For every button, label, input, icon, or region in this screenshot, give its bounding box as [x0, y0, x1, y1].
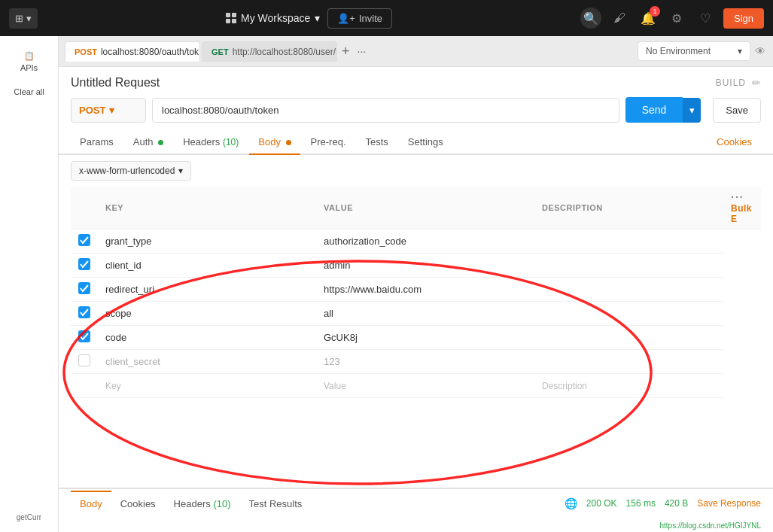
invite-button[interactable]: 👤+ Invite: [327, 8, 392, 29]
brush-icon-button[interactable]: 🖌: [609, 8, 630, 29]
bulk-edit-label[interactable]: Bulk E: [731, 203, 752, 224]
bottom-tab-cookies[interactable]: Cookies: [111, 491, 165, 515]
sidebar-item-apis[interactable]: 📋 APIs: [0, 45, 58, 78]
request-area: Untitled Request BUILD ✏ POST ▾ Send: [59, 67, 773, 532]
auth-label: Auth: [133, 136, 154, 147]
bottom-tab-body[interactable]: Body: [71, 491, 111, 515]
tab-post-oauth[interactable]: POST localhost:8080/oauth/tok...: [65, 41, 200, 62]
env-eye-button[interactable]: 👁: [755, 45, 765, 57]
sub-tab-auth[interactable]: Auth: [124, 130, 172, 155]
row-checked-icon-4[interactable]: [78, 330, 90, 342]
new-desc-placeholder: Description: [542, 381, 587, 391]
row-desc-3: [534, 302, 723, 326]
save-response-button[interactable]: Save Response: [697, 498, 761, 509]
notification-button[interactable]: 🔔 1: [638, 8, 659, 29]
row-checked-icon-3[interactable]: [78, 306, 90, 318]
params-table: KEY VALUE DESCRIPTION ··· Bulk E grant_t…: [71, 187, 761, 398]
new-key-placeholder: Key: [105, 381, 121, 391]
table-row: client_secret123: [71, 350, 761, 374]
row-key-3: scope: [98, 302, 316, 326]
sidebar-toggle-chevron: ▾: [26, 13, 32, 24]
tab2-method-label: GET: [212, 47, 229, 56]
auth-dot: [158, 140, 163, 145]
request-title: Untitled Request: [71, 76, 160, 90]
body-type-chevron-icon: ▾: [178, 166, 183, 176]
body-dot: [286, 140, 291, 145]
tab1-url-label: localhost:8080/oauth/tok...: [101, 47, 200, 57]
send-dropdown-button[interactable]: ▾: [683, 98, 701, 123]
environment-select[interactable]: No Environment ▾: [638, 41, 750, 61]
method-select[interactable]: POST ▾: [71, 98, 146, 123]
search-icon-button[interactable]: 🔍: [580, 8, 601, 29]
sub-tab-params[interactable]: Params: [71, 130, 123, 155]
row-checked-icon-1[interactable]: [78, 258, 90, 270]
body-section: x-www-form-urlencoded ▾ KEY VALUE DESCRI…: [59, 155, 773, 404]
row-checked-icon-0[interactable]: [78, 234, 90, 246]
status-time-badge: 156 ms: [626, 498, 656, 509]
row-key-1: client_id: [98, 254, 316, 278]
col-desc-header: DESCRIPTION: [534, 187, 723, 230]
row-desc-1: [534, 254, 723, 278]
table-row: redirect_urihttps://www.baidu.com: [71, 278, 761, 302]
row-checked-icon-2[interactable]: [78, 282, 90, 294]
sidebar-toggle-button[interactable]: ⊞ ▾: [9, 8, 38, 29]
method-label: POST: [79, 105, 105, 116]
topbar-center: My Workspace ▾ 👤+ Invite: [44, 8, 574, 29]
sidebar-bottom-label: getCurr: [17, 513, 41, 521]
bottom-tab-test-results[interactable]: Test Results: [240, 491, 312, 515]
sub-tab-settings[interactable]: Settings: [399, 130, 452, 155]
sidebar-bottom-item[interactable]: getCurr: [11, 509, 47, 526]
bottom-tab-headers[interactable]: Headers (10): [165, 491, 240, 515]
tabs-env-bar: POST localhost:8080/oauth/tok... GET htt…: [59, 36, 773, 67]
row-key-0: grant_type: [98, 230, 316, 254]
sign-label: Sign: [734, 13, 753, 24]
workspace-button[interactable]: My Workspace ▾: [226, 12, 320, 24]
add-tab-icon: +: [342, 44, 350, 59]
save-button[interactable]: Save: [713, 98, 761, 123]
sub-tab-cookies[interactable]: Cookies: [708, 130, 761, 155]
edit-icon[interactable]: ✏: [752, 77, 761, 89]
workspace-label: My Workspace: [241, 12, 310, 24]
headers-count-badge: (10): [223, 137, 239, 147]
send-label: Send: [642, 104, 667, 116]
workspace-chevron-icon: ▾: [315, 12, 320, 24]
sub-tab-body[interactable]: Body: [249, 130, 300, 155]
col-key-header: KEY: [98, 187, 316, 230]
sub-tab-tests[interactable]: Tests: [357, 130, 397, 155]
eye-icon: 👁: [755, 45, 765, 57]
main-layout: 📋 APIs Clear all getCurr POST localhost:…: [0, 36, 773, 532]
url-input[interactable]: [152, 98, 619, 123]
row-unchecked-icon-5[interactable]: [78, 354, 90, 366]
row-value-0: authorization_code: [316, 230, 534, 254]
table-header-row: KEY VALUE DESCRIPTION ··· Bulk E: [71, 187, 761, 230]
sidebar-bottom-section: getCurr: [11, 509, 47, 532]
add-tab-button[interactable]: +: [339, 44, 353, 59]
row-key-2: redirect_uri: [98, 278, 316, 302]
notification-badge: 1: [650, 6, 660, 17]
row-value-1: admin: [316, 254, 534, 278]
tab-get-user[interactable]: GET http://localhost:8080/user/...: [202, 41, 337, 62]
new-value-placeholder: Value: [324, 381, 346, 391]
method-chevron-icon: ▾: [109, 105, 114, 116]
send-button[interactable]: Send: [625, 97, 683, 123]
heart-icon-button[interactable]: ♡: [695, 8, 716, 29]
row-value-3: all: [316, 302, 534, 326]
sub-tab-prereq[interactable]: Pre-req.: [302, 130, 355, 155]
sign-button[interactable]: Sign: [723, 8, 764, 29]
table-options-icon[interactable]: ···: [731, 191, 744, 203]
bottom-test-results-label: Test Results: [249, 498, 303, 509]
cookies-label: Cookies: [717, 136, 752, 147]
headers-label: Headers: [183, 136, 220, 147]
send-button-group: Send ▾: [625, 97, 701, 123]
more-tabs-button[interactable]: ···: [355, 45, 370, 57]
sub-tab-headers[interactable]: Headers (10): [174, 130, 248, 155]
env-label: No Environment: [646, 46, 711, 56]
sidebar-clear-all[interactable]: Clear all: [6, 84, 51, 99]
save-label: Save: [726, 105, 748, 116]
tests-label: Tests: [366, 136, 388, 147]
gear-icon-button[interactable]: ⚙: [666, 8, 687, 29]
globe-icon: 🌐: [565, 497, 577, 509]
body-type-select[interactable]: x-www-form-urlencoded ▾: [71, 161, 191, 181]
sidebar-toggle-icon: ⊞: [15, 13, 23, 24]
params-label: Params: [80, 136, 114, 147]
